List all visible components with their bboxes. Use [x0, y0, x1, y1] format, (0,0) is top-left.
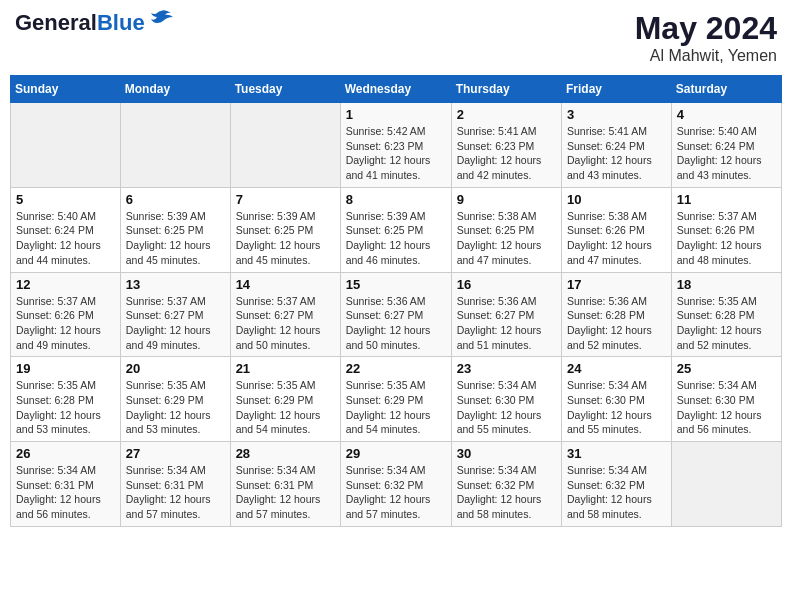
day-number: 14: [236, 277, 335, 292]
day-info: Sunrise: 5:34 AM Sunset: 6:32 PM Dayligh…: [567, 463, 666, 522]
day-number: 25: [677, 361, 776, 376]
calendar-cell: 25Sunrise: 5:34 AM Sunset: 6:30 PM Dayli…: [671, 357, 781, 442]
day-number: 26: [16, 446, 115, 461]
day-info: Sunrise: 5:39 AM Sunset: 6:25 PM Dayligh…: [126, 209, 225, 268]
calendar-cell: 30Sunrise: 5:34 AM Sunset: 6:32 PM Dayli…: [451, 442, 561, 527]
day-number: 22: [346, 361, 446, 376]
calendar-cell: 3Sunrise: 5:41 AM Sunset: 6:24 PM Daylig…: [562, 103, 672, 188]
calendar-header: Sunday Monday Tuesday Wednesday Thursday…: [11, 76, 782, 103]
calendar-location: Al Mahwit, Yemen: [635, 47, 777, 65]
day-info: Sunrise: 5:37 AM Sunset: 6:27 PM Dayligh…: [236, 294, 335, 353]
header-saturday: Saturday: [671, 76, 781, 103]
calendar-title-section: May 2024 Al Mahwit, Yemen: [635, 10, 777, 65]
calendar-cell: 19Sunrise: 5:35 AM Sunset: 6:28 PM Dayli…: [11, 357, 121, 442]
day-info: Sunrise: 5:40 AM Sunset: 6:24 PM Dayligh…: [677, 124, 776, 183]
week-row-3: 12Sunrise: 5:37 AM Sunset: 6:26 PM Dayli…: [11, 272, 782, 357]
day-info: Sunrise: 5:34 AM Sunset: 6:30 PM Dayligh…: [457, 378, 556, 437]
day-number: 3: [567, 107, 666, 122]
day-info: Sunrise: 5:39 AM Sunset: 6:25 PM Dayligh…: [346, 209, 446, 268]
day-info: Sunrise: 5:37 AM Sunset: 6:26 PM Dayligh…: [16, 294, 115, 353]
day-info: Sunrise: 5:38 AM Sunset: 6:26 PM Dayligh…: [567, 209, 666, 268]
day-number: 18: [677, 277, 776, 292]
day-number: 5: [16, 192, 115, 207]
day-number: 15: [346, 277, 446, 292]
day-info: Sunrise: 5:36 AM Sunset: 6:27 PM Dayligh…: [346, 294, 446, 353]
calendar-cell: 21Sunrise: 5:35 AM Sunset: 6:29 PM Dayli…: [230, 357, 340, 442]
day-info: Sunrise: 5:34 AM Sunset: 6:31 PM Dayligh…: [126, 463, 225, 522]
logo-blue: Blue: [97, 10, 145, 36]
calendar-cell: 6Sunrise: 5:39 AM Sunset: 6:25 PM Daylig…: [120, 187, 230, 272]
calendar-cell: 29Sunrise: 5:34 AM Sunset: 6:32 PM Dayli…: [340, 442, 451, 527]
day-info: Sunrise: 5:35 AM Sunset: 6:28 PM Dayligh…: [16, 378, 115, 437]
day-info: Sunrise: 5:34 AM Sunset: 6:31 PM Dayligh…: [236, 463, 335, 522]
day-number: 31: [567, 446, 666, 461]
day-number: 1: [346, 107, 446, 122]
day-number: 6: [126, 192, 225, 207]
calendar-cell: 18Sunrise: 5:35 AM Sunset: 6:28 PM Dayli…: [671, 272, 781, 357]
day-info: Sunrise: 5:36 AM Sunset: 6:27 PM Dayligh…: [457, 294, 556, 353]
day-number: 17: [567, 277, 666, 292]
day-number: 9: [457, 192, 556, 207]
header-wednesday: Wednesday: [340, 76, 451, 103]
day-info: Sunrise: 5:34 AM Sunset: 6:31 PM Dayligh…: [16, 463, 115, 522]
day-number: 16: [457, 277, 556, 292]
day-info: Sunrise: 5:37 AM Sunset: 6:26 PM Dayligh…: [677, 209, 776, 268]
week-row-4: 19Sunrise: 5:35 AM Sunset: 6:28 PM Dayli…: [11, 357, 782, 442]
day-info: Sunrise: 5:34 AM Sunset: 6:32 PM Dayligh…: [346, 463, 446, 522]
header-thursday: Thursday: [451, 76, 561, 103]
day-info: Sunrise: 5:34 AM Sunset: 6:30 PM Dayligh…: [567, 378, 666, 437]
calendar-cell: 4Sunrise: 5:40 AM Sunset: 6:24 PM Daylig…: [671, 103, 781, 188]
day-info: Sunrise: 5:41 AM Sunset: 6:23 PM Dayligh…: [457, 124, 556, 183]
day-info: Sunrise: 5:35 AM Sunset: 6:29 PM Dayligh…: [346, 378, 446, 437]
day-number: 4: [677, 107, 776, 122]
day-info: Sunrise: 5:34 AM Sunset: 6:32 PM Dayligh…: [457, 463, 556, 522]
week-row-5: 26Sunrise: 5:34 AM Sunset: 6:31 PM Dayli…: [11, 442, 782, 527]
day-number: 23: [457, 361, 556, 376]
day-info: Sunrise: 5:41 AM Sunset: 6:24 PM Dayligh…: [567, 124, 666, 183]
day-number: 28: [236, 446, 335, 461]
calendar-cell: 10Sunrise: 5:38 AM Sunset: 6:26 PM Dayli…: [562, 187, 672, 272]
day-info: Sunrise: 5:35 AM Sunset: 6:29 PM Dayligh…: [126, 378, 225, 437]
day-number: 29: [346, 446, 446, 461]
calendar-cell: [230, 103, 340, 188]
day-number: 2: [457, 107, 556, 122]
day-info: Sunrise: 5:39 AM Sunset: 6:25 PM Dayligh…: [236, 209, 335, 268]
day-number: 8: [346, 192, 446, 207]
calendar-cell: 28Sunrise: 5:34 AM Sunset: 6:31 PM Dayli…: [230, 442, 340, 527]
calendar-cell: [11, 103, 121, 188]
calendar-cell: 13Sunrise: 5:37 AM Sunset: 6:27 PM Dayli…: [120, 272, 230, 357]
calendar-cell: 27Sunrise: 5:34 AM Sunset: 6:31 PM Dayli…: [120, 442, 230, 527]
day-number: 19: [16, 361, 115, 376]
logo-bird-icon: [147, 9, 175, 29]
calendar-cell: 14Sunrise: 5:37 AM Sunset: 6:27 PM Dayli…: [230, 272, 340, 357]
day-info: Sunrise: 5:36 AM Sunset: 6:28 PM Dayligh…: [567, 294, 666, 353]
calendar-cell: 24Sunrise: 5:34 AM Sunset: 6:30 PM Dayli…: [562, 357, 672, 442]
day-number: 30: [457, 446, 556, 461]
calendar-cell: 23Sunrise: 5:34 AM Sunset: 6:30 PM Dayli…: [451, 357, 561, 442]
calendar-cell: [671, 442, 781, 527]
days-header-row: Sunday Monday Tuesday Wednesday Thursday…: [11, 76, 782, 103]
calendar-month-year: May 2024: [635, 10, 777, 47]
logo: General Blue: [15, 10, 175, 36]
calendar-cell: 16Sunrise: 5:36 AM Sunset: 6:27 PM Dayli…: [451, 272, 561, 357]
calendar-table: Sunday Monday Tuesday Wednesday Thursday…: [10, 75, 782, 527]
day-number: 27: [126, 446, 225, 461]
calendar-cell: 26Sunrise: 5:34 AM Sunset: 6:31 PM Dayli…: [11, 442, 121, 527]
day-number: 24: [567, 361, 666, 376]
day-info: Sunrise: 5:40 AM Sunset: 6:24 PM Dayligh…: [16, 209, 115, 268]
day-number: 20: [126, 361, 225, 376]
calendar-cell: 12Sunrise: 5:37 AM Sunset: 6:26 PM Dayli…: [11, 272, 121, 357]
header-sunday: Sunday: [11, 76, 121, 103]
calendar-cell: 31Sunrise: 5:34 AM Sunset: 6:32 PM Dayli…: [562, 442, 672, 527]
week-row-1: 1Sunrise: 5:42 AM Sunset: 6:23 PM Daylig…: [11, 103, 782, 188]
day-info: Sunrise: 5:35 AM Sunset: 6:28 PM Dayligh…: [677, 294, 776, 353]
calendar-cell: 7Sunrise: 5:39 AM Sunset: 6:25 PM Daylig…: [230, 187, 340, 272]
header-friday: Friday: [562, 76, 672, 103]
day-info: Sunrise: 5:37 AM Sunset: 6:27 PM Dayligh…: [126, 294, 225, 353]
logo-general: General: [15, 10, 97, 36]
calendar-cell: 11Sunrise: 5:37 AM Sunset: 6:26 PM Dayli…: [671, 187, 781, 272]
calendar-cell: 17Sunrise: 5:36 AM Sunset: 6:28 PM Dayli…: [562, 272, 672, 357]
day-number: 12: [16, 277, 115, 292]
calendar-cell: 20Sunrise: 5:35 AM Sunset: 6:29 PM Dayli…: [120, 357, 230, 442]
calendar-cell: 8Sunrise: 5:39 AM Sunset: 6:25 PM Daylig…: [340, 187, 451, 272]
